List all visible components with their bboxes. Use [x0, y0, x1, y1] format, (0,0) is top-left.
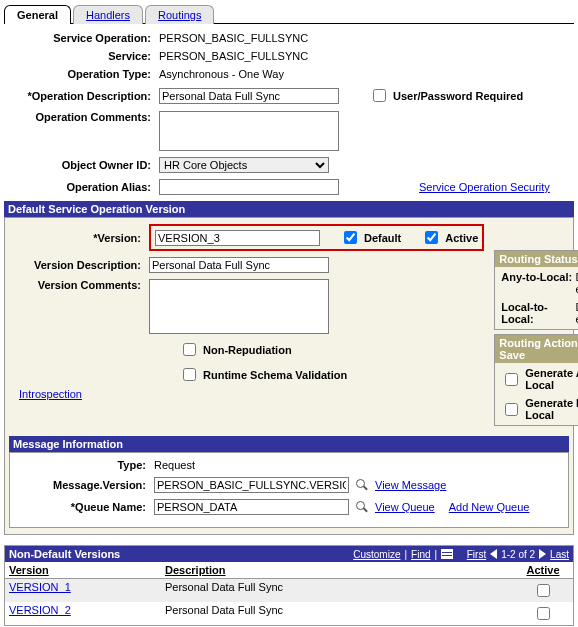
- service-label: Service:: [4, 50, 159, 62]
- generate-any-to-local-label: Generate Any-to-Local: [525, 367, 578, 391]
- row-active-checkbox[interactable]: [537, 584, 550, 597]
- version-link[interactable]: VERSION_1: [9, 581, 71, 593]
- col-description[interactable]: Description: [165, 564, 513, 576]
- generate-local-to-local-label: Generate Local-to-Local: [525, 397, 578, 421]
- row-description: Personal Data Full Sync: [165, 581, 513, 600]
- message-version-input[interactable]: [154, 477, 349, 493]
- operation-type-label: Operation Type:: [4, 68, 159, 80]
- next-icon[interactable]: [539, 549, 546, 559]
- type-value: Request: [154, 459, 195, 471]
- message-info-header: Message Information: [9, 436, 569, 452]
- non-repudiation-label: Non-Repudiation: [203, 344, 292, 356]
- user-password-required-label: User/Password Required: [393, 90, 523, 102]
- operation-alias-input[interactable]: [159, 179, 339, 195]
- default-label: Default: [364, 232, 401, 244]
- col-active[interactable]: Active: [513, 564, 573, 576]
- tab-general[interactable]: General: [4, 5, 71, 24]
- prev-icon[interactable]: [490, 549, 497, 559]
- operation-comments-input[interactable]: [159, 111, 339, 151]
- version-description-input[interactable]: [149, 257, 329, 273]
- default-checkbox[interactable]: [344, 231, 357, 244]
- version-highlight: Default Active: [149, 224, 484, 251]
- routing-status-header: Routing Status: [495, 251, 578, 267]
- version-description-label: Version Description:: [9, 259, 149, 271]
- service-operation-security-link[interactable]: Service Operation Security: [419, 181, 550, 193]
- operation-alias-label: Operation Alias:: [4, 181, 159, 193]
- tabs-bar: General Handlers Routings: [4, 4, 574, 24]
- generate-local-to-local-checkbox[interactable]: [505, 403, 518, 416]
- runtime-schema-checkbox[interactable]: [183, 368, 196, 381]
- service-operation-label: Service Operation:: [4, 32, 159, 44]
- version-link[interactable]: VERSION_2: [9, 604, 71, 616]
- search-icon[interactable]: [355, 478, 369, 492]
- range-text: 1-2 of 2: [501, 549, 535, 560]
- version-comments-label: Version Comments:: [9, 279, 149, 291]
- routing-actions-header: Routing Actions Upon Save: [495, 335, 578, 363]
- queue-name-input[interactable]: [154, 499, 349, 515]
- operation-type-value: Asynchronous - One Way: [159, 68, 284, 80]
- object-owner-id-select[interactable]: HR Core Objects: [159, 157, 329, 173]
- operation-comments-label: Operation Comments:: [4, 111, 159, 123]
- last-link[interactable]: Last: [550, 549, 569, 560]
- version-comments-input[interactable]: [149, 279, 329, 334]
- tab-label[interactable]: Handlers: [86, 9, 130, 21]
- operation-description-label: *Operation Description:: [4, 90, 159, 102]
- version-input[interactable]: [155, 230, 320, 246]
- non-repudiation-checkbox[interactable]: [183, 343, 196, 356]
- message-info-panel: Type: Request Message.Version: View Mess…: [9, 452, 569, 528]
- default-version-panel: *Version: Default Active Version Descrip…: [4, 217, 574, 535]
- default-version-header: Default Service Operation Version: [4, 201, 574, 217]
- service-value: PERSON_BASIC_FULLSYNC: [159, 50, 308, 62]
- active-checkbox[interactable]: [425, 231, 438, 244]
- operation-description-input[interactable]: [159, 88, 339, 104]
- tab-label: General: [17, 9, 58, 21]
- message-version-label: Message.Version:: [14, 479, 154, 491]
- view-queue-link[interactable]: View Queue: [375, 501, 435, 513]
- non-default-versions-panel: Non-Default Versions Customize | Find | …: [4, 545, 574, 626]
- first-link[interactable]: First: [467, 549, 486, 560]
- grid-view-icon[interactable]: [441, 549, 453, 559]
- table-row: VERSION_2 Personal Data Full Sync: [5, 602, 573, 625]
- generate-any-to-local-checkbox[interactable]: [505, 373, 518, 386]
- table-row: VERSION_1 Personal Data Full Sync: [5, 579, 573, 602]
- row-active-checkbox[interactable]: [537, 607, 550, 620]
- view-message-link[interactable]: View Message: [375, 479, 446, 491]
- search-icon[interactable]: [355, 500, 369, 514]
- customize-link[interactable]: Customize: [353, 549, 400, 560]
- type-label: Type:: [14, 459, 154, 471]
- user-password-required-checkbox[interactable]: [373, 89, 386, 102]
- non-default-header: Non-Default Versions: [9, 548, 120, 560]
- any-to-local-label: Any-to-Local:: [501, 271, 575, 295]
- service-operation-value: PERSON_BASIC_FULLSYNC: [159, 32, 308, 44]
- local-to-local-label: Local-to-Local:: [501, 301, 575, 325]
- row-description: Personal Data Full Sync: [165, 604, 513, 623]
- introspection-link[interactable]: Introspection: [19, 388, 82, 400]
- general-panel: Service Operation: PERSON_BASIC_FULLSYNC…: [4, 32, 574, 195]
- tab-label[interactable]: Routings: [158, 9, 201, 21]
- object-owner-id-label: Object Owner ID:: [4, 159, 159, 171]
- find-link[interactable]: Find: [411, 549, 430, 560]
- active-label: Active: [445, 232, 478, 244]
- queue-name-label: *Queue Name:: [14, 501, 154, 513]
- col-version[interactable]: Version: [5, 564, 165, 576]
- add-new-queue-link[interactable]: Add New Queue: [449, 501, 530, 513]
- runtime-schema-label: Runtime Schema Validation: [203, 369, 347, 381]
- tab-routings[interactable]: Routings: [145, 5, 214, 24]
- version-label: *Version:: [9, 232, 149, 244]
- tab-handlers[interactable]: Handlers: [73, 5, 143, 24]
